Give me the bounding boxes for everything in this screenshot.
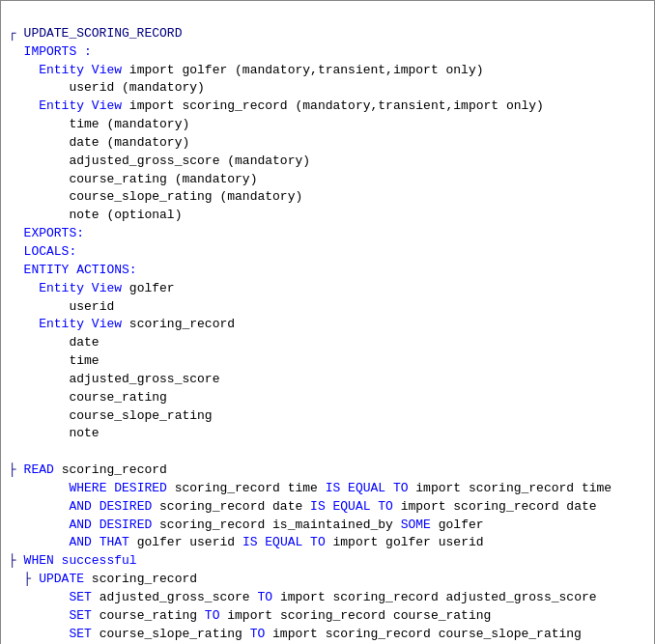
code-container: ┌ UPDATE_SCORING_RECORD IMPORTS : Entity… xyxy=(0,0,655,644)
update-block: ├ UPDATE scoring_record SET adjusted_gro… xyxy=(9,572,597,644)
imports-section: IMPORTS : Entity View import golfer (man… xyxy=(9,44,544,441)
read-section: ├ READ scoring_record WHERE DESIRED scor… xyxy=(9,462,612,549)
code-content: ┌ UPDATE_SCORING_RECORD IMPORTS : Entity… xyxy=(9,7,646,644)
when-successful-outer: ├ WHEN successful xyxy=(9,553,137,568)
title-line: ┌ UPDATE_SCORING_RECORD xyxy=(9,26,182,41)
